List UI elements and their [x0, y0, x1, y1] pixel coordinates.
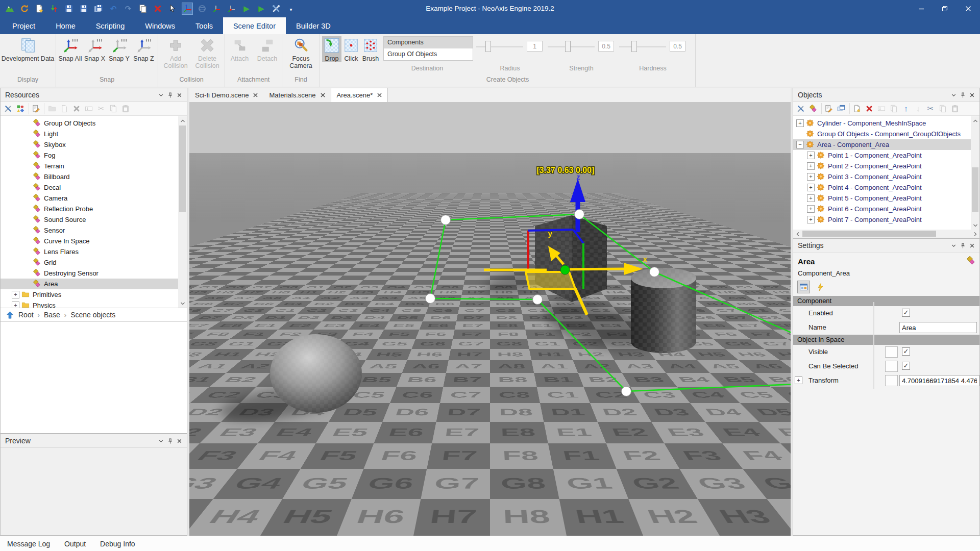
scrollbar-thumb[interactable] [972, 167, 978, 212]
neoaxis-logo-icon[interactable] [4, 3, 15, 15]
toolbar-options-button[interactable]: ▾ [285, 3, 297, 15]
Lens Flares[interactable]: Lens Flares [1, 246, 178, 257]
breadcrumb-item[interactable]: Scene objects [70, 311, 115, 319]
slider-handle[interactable] [565, 41, 571, 52]
Point 2 - Component_AreaPoint[interactable]: + Point 2 - Component_AreaPoint [793, 161, 971, 171]
expander-icon[interactable]: + [807, 173, 815, 181]
expander-icon[interactable]: + [807, 162, 815, 170]
Primitives[interactable]: + Primitives [1, 289, 178, 300]
edit[interactable] [29, 103, 42, 114]
scene-viewport[interactable]: H8H1H2H3H4H5H6H7H8H1H2H3H4H5H6H7H8H1H2H3… [189, 102, 791, 536]
area-point-handle-3[interactable] [650, 267, 659, 277]
Scene Editor[interactable]: Scene Editor [223, 17, 286, 34]
new-file[interactable] [59, 103, 70, 114]
slider-handle[interactable] [631, 41, 637, 52]
Curve In Space[interactable]: Curve In Space [1, 236, 178, 246]
expander-icon[interactable]: + [795, 377, 802, 384]
Snap Y[interactable]: Snap Y [107, 36, 132, 62]
resources-scrollbar[interactable] [178, 116, 187, 308]
area-point-handle-4[interactable] [426, 294, 435, 304]
minimize-button[interactable] [910, 0, 933, 17]
duplicate[interactable] [888, 103, 899, 114]
move-down[interactable]: ↓ [913, 103, 924, 114]
delete-button[interactable] [152, 3, 163, 15]
visible-checkbox[interactable]: ✓ [902, 347, 910, 356]
panel-menu-icon[interactable] [156, 436, 165, 445]
rename[interactable] [876, 103, 887, 114]
destination-options[interactable]: Components Group Of Objects [383, 36, 473, 61]
Sound Source[interactable]: Sound Source [1, 214, 178, 225]
reset-box[interactable] [885, 346, 898, 358]
close-icon[interactable] [175, 436, 184, 445]
Camera[interactable]: Camera [1, 193, 178, 204]
save-as-button[interactable] [78, 3, 89, 15]
expander-icon[interactable]: + [12, 291, 19, 298]
close-icon[interactable] [967, 241, 976, 250]
Point 4 - Component_AreaPoint[interactable]: + Point 4 - Component_AreaPoint [793, 182, 971, 193]
Builder 3D[interactable]: Builder 3D [286, 17, 341, 34]
panel-menu-icon[interactable] [949, 241, 958, 250]
new-entity[interactable] [807, 103, 819, 114]
Windows[interactable]: Windows [135, 17, 185, 34]
rotate-tool-button[interactable] [197, 3, 208, 15]
import[interactable] [44, 103, 58, 114]
scrollbar-thumb[interactable] [802, 231, 936, 237]
cut[interactable]: ✂ [95, 103, 107, 114]
selected-area-face[interactable] [526, 272, 575, 289]
transform-input[interactable] [899, 375, 979, 386]
panel-menu-icon[interactable] [156, 90, 165, 99]
scroll-right-icon[interactable] [971, 230, 979, 238]
reset-box[interactable] [885, 375, 898, 386]
Snap X[interactable]: Snap X [83, 36, 107, 62]
Message Log[interactable]: Message Log [7, 540, 50, 548]
Group Of Objects[interactable]: Group Of Objects [1, 118, 178, 129]
Fog[interactable]: Fog [1, 150, 178, 161]
new-component[interactable] [849, 103, 863, 114]
Destroying Sensor[interactable]: Destroying Sensor [1, 268, 178, 279]
play-scene-button[interactable]: ▶ [256, 3, 267, 15]
expander-icon[interactable]: + [796, 119, 804, 127]
scroll-down-icon[interactable] [971, 221, 979, 230]
objects-hscrollbar[interactable] [793, 230, 979, 238]
delete[interactable] [864, 103, 875, 114]
gizmo-arrowhead[interactable] [570, 179, 585, 202]
transform-space-button[interactable] [211, 3, 223, 15]
slider-value[interactable]: 1 [527, 41, 543, 52]
pin-icon[interactable] [958, 90, 967, 99]
slider-track[interactable] [476, 46, 523, 47]
events-tab[interactable] [814, 281, 827, 293]
Drop[interactable]: Drop [322, 36, 341, 62]
area-point-handle-6[interactable] [622, 387, 631, 396]
development-data-button[interactable]: Development Data [2, 36, 55, 62]
close-tab-icon[interactable] [377, 93, 382, 97]
save-all-button[interactable] [93, 3, 104, 15]
move-tool-button[interactable] [182, 3, 193, 15]
expander-icon[interactable]: + [807, 216, 815, 223]
close-icon[interactable] [175, 90, 184, 99]
Point 6 - Component_AreaPoint[interactable]: + Point 6 - Component_AreaPoint [793, 204, 971, 214]
Area.scene*[interactable]: Area.scene* [331, 88, 388, 102]
pin-icon[interactable] [958, 241, 967, 250]
move-up[interactable]: ↑ [900, 103, 912, 114]
slider-handle[interactable] [485, 41, 491, 52]
edit[interactable] [821, 103, 835, 114]
Decal[interactable]: Decal [1, 182, 178, 193]
import-content-button[interactable] [48, 3, 60, 15]
slider-value[interactable]: 0.5 [670, 41, 685, 52]
Area[interactable]: Area [1, 279, 178, 289]
expander-icon[interactable]: − [796, 141, 804, 148]
navigate-up-icon[interactable] [6, 311, 14, 319]
build-tools-button[interactable] [271, 3, 282, 15]
scrollbar-thumb[interactable] [179, 126, 186, 212]
name-input[interactable] [899, 322, 977, 333]
area-point-handle-2[interactable] [575, 210, 584, 219]
Detach[interactable]: Detach [254, 36, 281, 62]
Physics[interactable]: + Physics [1, 300, 178, 308]
restore-button[interactable] [933, 0, 957, 17]
panel-menu-icon[interactable] [949, 90, 958, 99]
scroll-up-icon[interactable] [971, 116, 979, 125]
undo-button[interactable]: ↶ [108, 3, 119, 15]
open-in-window[interactable] [836, 103, 847, 114]
Point 5 - Component_AreaPoint[interactable]: + Point 5 - Component_AreaPoint [793, 193, 971, 204]
expander-icon[interactable]: + [12, 302, 19, 308]
